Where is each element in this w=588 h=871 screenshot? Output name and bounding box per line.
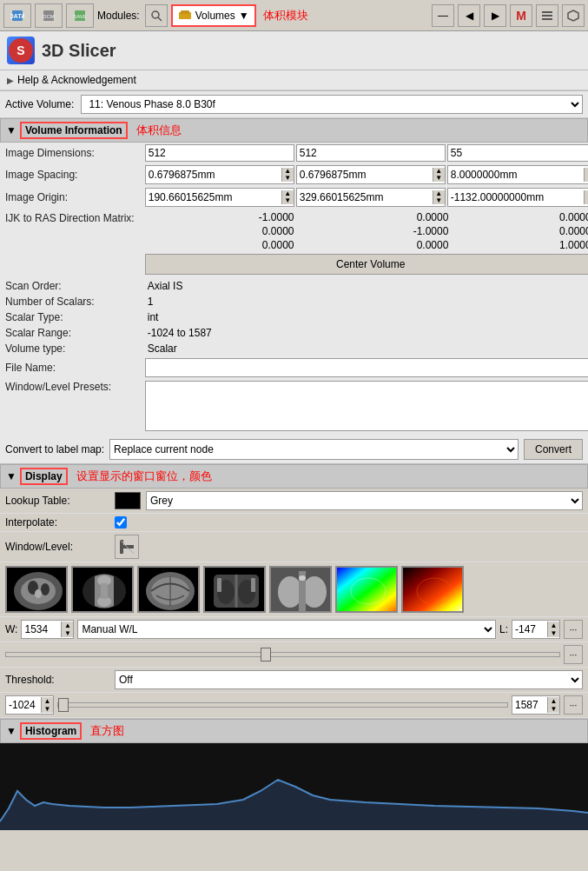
preset-lungs-image[interactable]	[269, 566, 332, 613]
w-spinbox: ▲ ▼	[21, 620, 74, 639]
file-name-label: File Name:	[0, 356, 140, 379]
slider-options-button[interactable]: ···	[564, 645, 583, 664]
wl-controls-row: W: ▲ ▼ Manual W/L L: ▲ ▼ ···	[0, 617, 588, 642]
scan-order-label: Scan Order:	[0, 278, 140, 294]
list-button[interactable]	[536, 4, 558, 27]
image-spacing-label: Image Spacing:	[0, 163, 140, 186]
origin-x-input[interactable]	[146, 189, 281, 206]
image-origin-row: Image Origin: ▲ ▼	[0, 186, 588, 209]
origin-x-spinbox: ▲ ▼	[145, 188, 294, 207]
interpolate-checkbox[interactable]	[115, 516, 127, 529]
help-bar[interactable]: ▶ Help & Acknowledgement	[0, 70, 588, 90]
lookup-table-select[interactable]: Grey	[146, 491, 583, 510]
spacing-x-input[interactable]	[146, 166, 281, 183]
lookup-table-label: Lookup Table:	[5, 495, 109, 507]
origin-y-down[interactable]: ▼	[433, 197, 445, 204]
preset-brain-image[interactable]	[137, 566, 200, 613]
origin-z-down[interactable]: ▼	[584, 197, 588, 204]
display-annotation: 设置显示的窗口窗位，颜色	[76, 469, 212, 484]
app-title: 3D Slicer	[42, 41, 116, 61]
threshold-select[interactable]: Off On	[115, 670, 583, 689]
origin-x-down[interactable]: ▼	[281, 197, 294, 204]
wl-presets-textarea[interactable]	[145, 381, 588, 431]
convert-row: Convert to label map: Replace current no…	[0, 436, 588, 463]
spacing-z-input[interactable]	[448, 166, 584, 183]
num-scalars-label: Number of Scalars:	[0, 294, 140, 309]
l-input[interactable]	[512, 623, 547, 635]
image-dim-z-input[interactable]	[447, 144, 588, 162]
wl-icon-button[interactable]	[115, 535, 139, 559]
max-down-button[interactable]: ▼	[547, 705, 559, 713]
spacing-z-down[interactable]: ▼	[584, 175, 588, 182]
w-up-button[interactable]: ▲	[61, 622, 73, 629]
scalar-type-row: Scalar Type: int	[0, 309, 588, 325]
convert-button[interactable]: Convert	[524, 439, 583, 460]
min-up-button[interactable]: ▲	[41, 697, 53, 705]
preset-hot-image[interactable]	[401, 566, 464, 613]
module-dropdown[interactable]: Volumes ▼	[171, 4, 256, 27]
matrix-21: 0.0000	[300, 238, 454, 252]
spacing-x-spinbox: ▲ ▼	[145, 165, 294, 184]
volume-type-row: Volume type: Scalar	[0, 341, 588, 356]
volume-type-value: Scalar	[145, 342, 180, 356]
histogram-annotation: 直方图	[90, 723, 124, 739]
preset-chest-image[interactable]	[203, 566, 266, 613]
cube-button[interactable]	[562, 4, 585, 27]
histogram-header[interactable]: ▼ Histogram 直方图	[0, 719, 588, 743]
image-dim-y-input[interactable]	[296, 144, 446, 162]
display-header[interactable]: ▼ Display 设置显示的窗口窗位，颜色	[0, 464, 588, 489]
svg-rect-48	[403, 568, 464, 613]
origin-y-input[interactable]	[297, 189, 433, 206]
max-up-button[interactable]: ▲	[547, 697, 559, 705]
spacing-y-down[interactable]: ▼	[433, 175, 445, 182]
min-spinbox: ▲ ▼	[5, 695, 54, 715]
volume-info-annotation: 体积信息	[136, 123, 182, 138]
scalar-type-label: Scalar Type:	[0, 309, 140, 325]
min-down-button[interactable]: ▼	[41, 705, 53, 713]
w-down-button[interactable]: ▼	[61, 629, 73, 637]
l-up-button[interactable]: ▲	[547, 622, 559, 629]
image-dim-x-input[interactable]	[145, 144, 294, 162]
preset-heat-image[interactable]	[335, 566, 398, 613]
matrix-11: -1.0000	[300, 224, 454, 238]
collapse-arrow-icon: ▼	[6, 124, 17, 136]
back-button[interactable]: ◀	[458, 4, 480, 27]
volume-info-table: Image Dimensions: Image Spacing:	[0, 143, 588, 436]
min-input[interactable]	[6, 699, 41, 711]
dcm-button[interactable]: DCM	[35, 3, 63, 28]
minimize-button[interactable]: —	[432, 4, 454, 27]
center-volume-button[interactable]: Center Volume	[145, 254, 588, 275]
save-button[interactable]: SAVE	[66, 3, 94, 28]
max-input[interactable]	[512, 699, 547, 711]
origin-z-input[interactable]	[448, 189, 584, 206]
preset-bone-image[interactable]	[71, 566, 134, 613]
l-down-button[interactable]: ▼	[547, 629, 559, 637]
origin-z-spinbox: ▲ ▼	[447, 188, 588, 207]
convert-select[interactable]: Replace current node	[109, 439, 519, 460]
search-button[interactable]	[145, 4, 168, 27]
spacing-y-input[interactable]	[297, 166, 433, 183]
num-scalars-value: 1	[145, 295, 156, 309]
main-slider[interactable]	[5, 652, 560, 657]
active-volume-select[interactable]: 11: Venous Phase 8.0 B30f	[81, 95, 583, 114]
spacing-z-spinbox: ▲ ▼	[447, 165, 588, 184]
scan-order-row: Scan Order: Axial IS	[0, 278, 588, 294]
module-annotation: 体积模块	[263, 8, 308, 23]
wl-options-button[interactable]: ···	[564, 620, 583, 639]
svg-rect-9	[181, 10, 189, 14]
spacing-x-down[interactable]: ▼	[281, 175, 294, 182]
minmax-options-button[interactable]: ···	[564, 695, 583, 715]
matrix-00: -1.0000	[145, 210, 300, 224]
threshold-slider[interactable]	[57, 702, 508, 708]
forward-button[interactable]: ▶	[484, 4, 506, 27]
m-button[interactable]: M	[510, 4, 532, 27]
file-name-input[interactable]	[145, 358, 588, 377]
svg-point-45	[299, 575, 306, 581]
scan-order-value: Axial IS	[145, 279, 186, 293]
volume-info-header[interactable]: ▼ Volume Information 体积信息	[0, 118, 588, 143]
w-input[interactable]	[22, 623, 61, 635]
wl-mode-select[interactable]: Manual W/L	[77, 620, 496, 639]
preset-ct-image[interactable]	[5, 566, 68, 613]
data-button[interactable]: DATA	[3, 3, 31, 28]
volume-information-section: ▼ Volume Information 体积信息 Image Dimensio…	[0, 118, 588, 463]
